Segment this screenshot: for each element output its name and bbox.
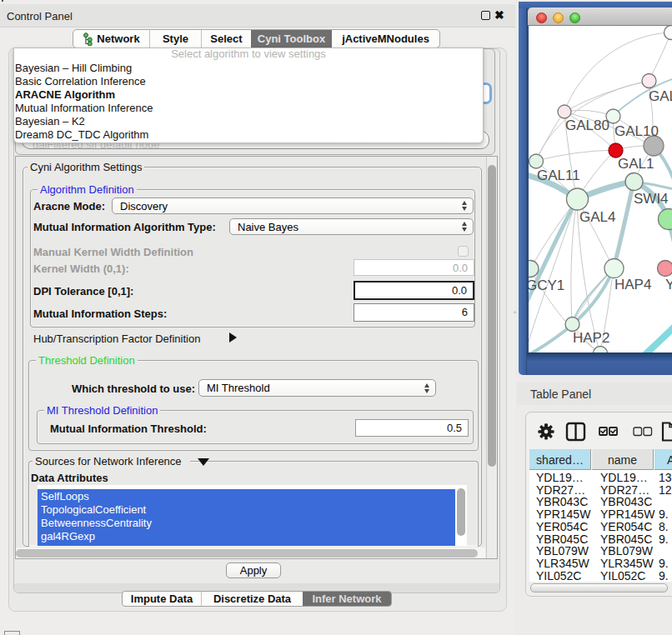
svg-text:HAP2: HAP2 — [573, 330, 609, 346]
svg-text:GAL1: GAL1 — [618, 156, 654, 172]
svg-text:GAL11: GAL11 — [537, 168, 580, 183]
svg-text:YD: YD — [665, 277, 672, 292]
svg-text:GAL4: GAL4 — [579, 209, 615, 225]
svg-text:SWI4: SWI4 — [634, 191, 669, 207]
svg-text:GCY1: GCY1 — [529, 278, 564, 293]
svg-text:HAP4: HAP4 — [614, 277, 651, 292]
svg-text:GAL2: GAL2 — [649, 88, 672, 104]
svg-text:GAL10: GAL10 — [614, 123, 659, 139]
svg-text:GAL80: GAL80 — [565, 118, 609, 133]
